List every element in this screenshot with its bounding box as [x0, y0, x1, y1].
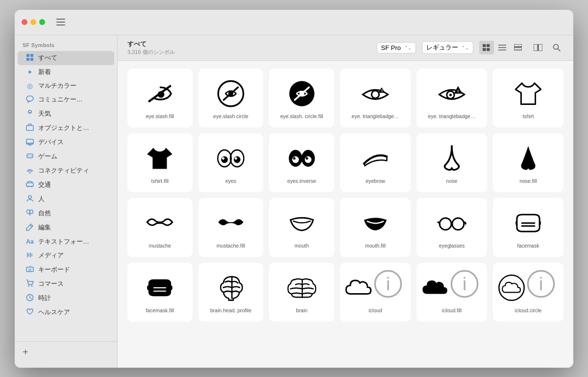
sidebar-item-textformat[interactable]: Aa テキストフォー…	[18, 235, 114, 249]
symbol-label: eyebrow	[366, 178, 385, 185]
svg-rect-1	[56, 22, 65, 23]
sidebar-label-people: 人	[38, 195, 45, 203]
add-category-button[interactable]: +	[23, 347, 28, 358]
svg-point-32	[28, 285, 30, 286]
symbol-icloud-circle[interactable]: i icloud.circle	[493, 263, 564, 322]
sidebar: SF Symbols すべて ✦ 新着 ◎ マルチカラー コミュニケー	[15, 35, 118, 368]
symbol-nose[interactable]: nose	[416, 133, 487, 192]
svg-rect-36	[487, 44, 490, 47]
eyes-inverse-icon	[287, 143, 317, 174]
sidebar-item-game[interactable]: ゲーム	[18, 150, 114, 164]
sidebar-item-communication[interactable]: コミュニケー…	[18, 93, 114, 107]
symbol-label: icloud.fill	[442, 307, 462, 314]
textformat-icon: Aa	[25, 238, 34, 245]
symbol-mouth-fill[interactable]: mouth.fill	[340, 198, 411, 257]
sidebar-item-health[interactable]: ヘルスケア	[18, 305, 114, 320]
symbol-facemask-fill[interactable]: facemask.fill	[127, 263, 193, 322]
symbol-brain-head-profile[interactable]: brain.head. profile	[198, 263, 264, 322]
sidebar-item-weather[interactable]: 天気	[18, 107, 114, 121]
mouth-icon	[287, 207, 317, 239]
sidebar-item-transport[interactable]: 交通	[18, 178, 114, 192]
sidebar-item-new[interactable]: ✦ 新着	[18, 65, 114, 79]
symbol-label: mouth.fill	[365, 243, 386, 250]
sidebar-label-time: 時計	[38, 294, 51, 302]
symbol-eye-slash-circle[interactable]: eye.slash.circle	[198, 69, 264, 127]
close-button[interactable]	[22, 19, 27, 25]
svg-rect-4	[30, 54, 33, 57]
list-view-button[interactable]	[495, 41, 510, 54]
symbol-eyeglasses[interactable]: eyeglasses	[416, 198, 487, 257]
grid-view-button[interactable]	[479, 41, 494, 54]
sidebar-item-multicolor[interactable]: ◎ マルチカラー	[18, 79, 114, 93]
new-icon: ✦	[25, 68, 34, 76]
connectivity-icon	[25, 166, 34, 176]
sidebar-item-keyboard[interactable]: キーボード	[18, 263, 114, 277]
symbol-eye-slash-fill[interactable]: eye.slash.fill	[127, 69, 193, 127]
svg-point-48	[158, 91, 165, 98]
brain-icon	[287, 272, 317, 303]
symbol-label: tshirt	[523, 113, 534, 120]
symbol-facemask[interactable]: facemask	[493, 198, 564, 257]
toolbar-subtitle: 3,316 個のシンボル	[127, 49, 371, 56]
svg-rect-38	[487, 48, 490, 51]
symbol-eye-trianglebadge2[interactable]: ! eye. trianglebadge…	[416, 69, 487, 127]
svg-text:i: i	[463, 274, 466, 294]
sidebar-item-objects[interactable]: オブジェクトと…	[18, 121, 114, 135]
symbol-eye-trianglebadge[interactable]: ! eye. trianglebadge…	[340, 69, 411, 127]
sidebar-item-nature[interactable]: 自然	[18, 206, 114, 221]
svg-rect-5	[26, 58, 29, 61]
symbols-scroll-area[interactable]: eye.slash.fill eye.slash	[118, 61, 573, 368]
sidebar-item-media[interactable]: メディア	[18, 249, 114, 263]
symbol-eyes[interactable]: eyes	[198, 133, 264, 192]
font-picker[interactable]: SF Pro ⌃⌄	[377, 42, 416, 53]
symbol-mustache[interactable]: mustache	[127, 198, 193, 257]
symbol-icloud[interactable]: i icloud	[340, 263, 411, 322]
split-view-button[interactable]	[531, 41, 545, 54]
icloud-circle-icon: i	[497, 272, 560, 303]
nature-icon	[25, 209, 34, 218]
commerce-icon	[25, 279, 34, 289]
facemask-fill-icon	[145, 272, 174, 303]
svg-point-23	[28, 196, 31, 199]
symbol-label: brain.head. profile	[210, 307, 251, 314]
sidebar-toggle-button[interactable]	[54, 15, 68, 29]
symbol-nose-fill[interactable]: nose.fill	[493, 133, 564, 192]
symbol-brain[interactable]: brain	[269, 263, 334, 322]
symbol-label: eye.slash. circle.fill	[280, 113, 323, 120]
symbol-eye-slash-circle-fill[interactable]: eye.slash. circle.fill	[269, 69, 334, 127]
mustache-icon	[145, 207, 174, 239]
search-button[interactable]	[550, 41, 564, 54]
symbol-eyebrow[interactable]: eyebrow	[340, 133, 411, 192]
weather-icon	[25, 109, 34, 119]
weight-picker[interactable]: レギュラー ⌃⌄	[422, 41, 473, 54]
detail-view-button[interactable]	[511, 41, 525, 54]
sidebar-item-editing[interactable]: 編集	[18, 221, 114, 235]
symbol-tshirt[interactable]: tshirt	[493, 69, 564, 127]
titlebar	[15, 10, 573, 35]
symbol-mustache-fill[interactable]: mustache.fill	[198, 198, 264, 257]
sidebar-item-people[interactable]: 人	[18, 192, 114, 206]
symbol-mouth[interactable]: mouth	[269, 198, 334, 257]
sidebar-item-commerce[interactable]: コマース	[18, 277, 114, 291]
symbol-label: facemask	[517, 243, 539, 250]
svg-rect-43	[514, 48, 522, 50]
sidebar-label-textformat: テキストフォー…	[38, 237, 89, 246]
sidebar-item-all[interactable]: すべて	[18, 51, 114, 65]
svg-point-19	[29, 172, 30, 173]
font-picker-chevron: ⌃⌄	[404, 45, 412, 50]
svg-rect-9	[26, 126, 33, 130]
maximize-button[interactable]	[39, 19, 45, 25]
facemask-icon	[514, 207, 543, 239]
sidebar-item-devices[interactable]: デバイス	[18, 135, 114, 150]
symbol-tshirt-fill[interactable]: tshirt.fill	[127, 133, 193, 192]
sidebar-item-time[interactable]: 時計	[18, 291, 114, 305]
sidebar-label-media: メディア	[38, 251, 64, 260]
symbol-eyes-inverse[interactable]: eyes.inverse	[269, 133, 334, 192]
sidebar-item-connectivity[interactable]: コネクティビティ	[18, 164, 114, 178]
sidebar-label-transport: 交通	[38, 180, 51, 189]
svg-point-69	[305, 157, 308, 159]
minimize-button[interactable]	[30, 19, 36, 25]
time-icon	[25, 294, 34, 303]
symbol-icloud-fill[interactable]: i icloud.fill	[416, 263, 487, 322]
app-window: SF Symbols すべて ✦ 新着 ◎ マルチカラー コミュニケー	[15, 10, 573, 368]
